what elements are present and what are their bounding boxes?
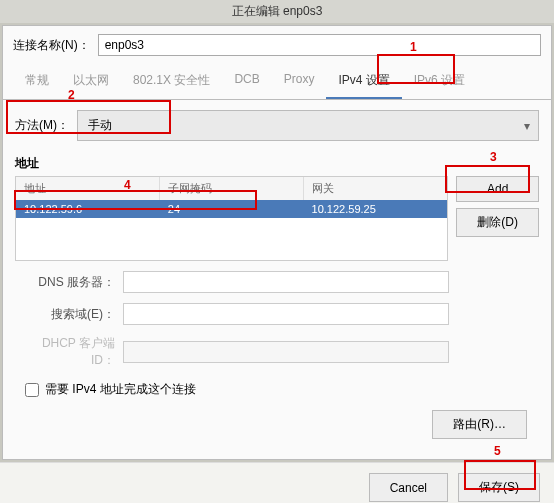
search-label: 搜索域(E)： xyxy=(15,306,115,323)
save-button[interactable]: 保存(S) xyxy=(458,473,540,502)
col-gateway: 网关 xyxy=(304,177,447,200)
tab-bar: 常规 以太网 802.1X 安全性 DCB Proxy IPv4 设置 IPv6… xyxy=(3,64,551,100)
dhcp-label: DHCP 客户端 ID： xyxy=(15,335,115,369)
footer-bar: Cancel 保存(S) xyxy=(0,462,554,503)
tab-dcb[interactable]: DCB xyxy=(222,64,271,99)
table-row[interactable]: 10.122.59.6 24 10.122.59.25 xyxy=(16,200,447,218)
search-input[interactable] xyxy=(123,303,449,325)
table-empty xyxy=(16,218,447,260)
routes-button[interactable]: 路由(R)… xyxy=(432,410,527,439)
address-table[interactable]: 地址 子网掩码 网关 10.122.59.6 24 10.122.59.25 xyxy=(15,176,448,261)
tab-ipv4[interactable]: IPv4 设置 xyxy=(326,64,401,99)
tab-ethernet[interactable]: 以太网 xyxy=(61,64,121,99)
method-label: 方法(M)： xyxy=(15,117,69,134)
col-netmask: 子网掩码 xyxy=(160,177,304,200)
add-button[interactable]: Add xyxy=(456,176,539,202)
dns-label: DNS 服务器： xyxy=(15,274,115,291)
connection-name-input[interactable] xyxy=(98,34,541,56)
window-title: 正在编辑 enp0s3 xyxy=(0,0,554,23)
cancel-button[interactable]: Cancel xyxy=(369,473,448,502)
delete-button[interactable]: 删除(D) xyxy=(456,208,539,237)
address-section-label: 地址 xyxy=(15,155,539,172)
main-panel: 连接名称(N)： 常规 以太网 802.1X 安全性 DCB Proxy IPv… xyxy=(2,25,552,460)
col-address: 地址 xyxy=(16,177,160,200)
connection-name-label: 连接名称(N)： xyxy=(13,37,90,54)
cell-gateway: 10.122.59.25 xyxy=(304,200,448,218)
dns-input[interactable] xyxy=(123,271,449,293)
tab-ipv6[interactable]: IPv6 设置 xyxy=(402,64,477,99)
dhcp-input xyxy=(123,341,449,363)
tab-8021x[interactable]: 802.1X 安全性 xyxy=(121,64,222,99)
tab-proxy[interactable]: Proxy xyxy=(272,64,327,99)
cell-netmask: 24 xyxy=(160,200,304,218)
cell-address: 10.122.59.6 xyxy=(16,200,160,218)
tab-general[interactable]: 常规 xyxy=(13,64,61,99)
method-select[interactable]: 手动 xyxy=(77,110,539,141)
require-ipv4-label: 需要 IPv4 地址完成这个连接 xyxy=(45,381,196,398)
require-ipv4-checkbox[interactable] xyxy=(25,383,39,397)
